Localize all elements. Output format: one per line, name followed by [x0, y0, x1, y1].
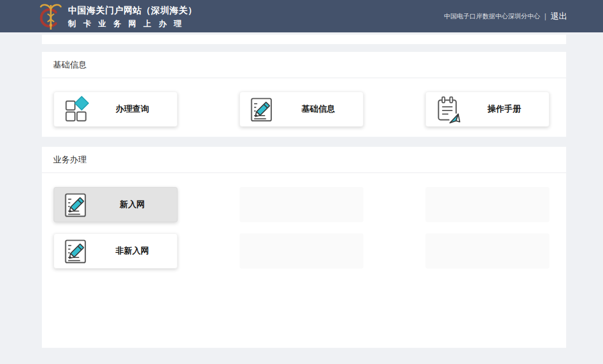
- non-new-network-button-label: 非新入网: [91, 246, 177, 256]
- new-network-button[interactable]: 新入网: [54, 187, 178, 222]
- section-basic-info: 基础信息 办理查询: [42, 52, 566, 137]
- logout-link[interactable]: 退出: [551, 11, 567, 22]
- section-title-business: 业务办理: [42, 147, 566, 173]
- basic-info-button-grid: 办理查询 基础信息: [42, 78, 566, 127]
- new-network-button-label: 新入网: [91, 199, 177, 210]
- site-subtitle: 制卡业务网上办理: [68, 19, 197, 29]
- manual-plane-icon: [434, 95, 463, 124]
- document-pencil-icon: [62, 190, 91, 219]
- page: 中国海关门户网站（深圳海关） 制卡业务网上办理 中国电子口岸数据中心深圳分中心 …: [0, 0, 603, 364]
- scrolled-card-remnant: [42, 35, 566, 44]
- basic-info-button-label: 基础信息: [277, 104, 363, 114]
- org-name: 中国电子口岸数据中心深圳分中心: [444, 12, 540, 21]
- document-pencil-icon: [62, 237, 91, 266]
- site-title: 中国海关门户网站（深圳海关）: [68, 5, 197, 17]
- header-separator: |: [544, 12, 547, 21]
- query-button[interactable]: 办理查询: [54, 92, 178, 127]
- empty-slot: [240, 233, 363, 269]
- section-title-basic-info: 基础信息: [42, 52, 566, 78]
- empty-slot: [425, 233, 549, 269]
- manual-button-label: 操作手册: [463, 104, 549, 114]
- non-new-network-button[interactable]: 非新入网: [54, 233, 178, 269]
- customs-emblem-icon: [36, 2, 65, 31]
- basic-info-button[interactable]: 基础信息: [240, 92, 363, 127]
- business-button-grid: 新入网: [42, 173, 566, 269]
- header-user-area: 中国电子口岸数据中心深圳分中心 | 退出: [444, 0, 567, 32]
- manual-button[interactable]: 操作手册: [425, 92, 549, 127]
- header-bar: 中国海关门户网站（深圳海关） 制卡业务网上办理 中国电子口岸数据中心深圳分中心 …: [0, 0, 603, 32]
- query-button-label: 办理查询: [91, 104, 177, 114]
- empty-slot: [240, 187, 363, 222]
- empty-slot: [425, 187, 549, 222]
- grid-diamond-icon: [62, 95, 91, 124]
- site-titles: 中国海关门户网站（深圳海关） 制卡业务网上办理: [68, 5, 197, 29]
- section-business: 业务办理 新入网: [42, 147, 566, 348]
- document-pencil-icon: [248, 95, 277, 124]
